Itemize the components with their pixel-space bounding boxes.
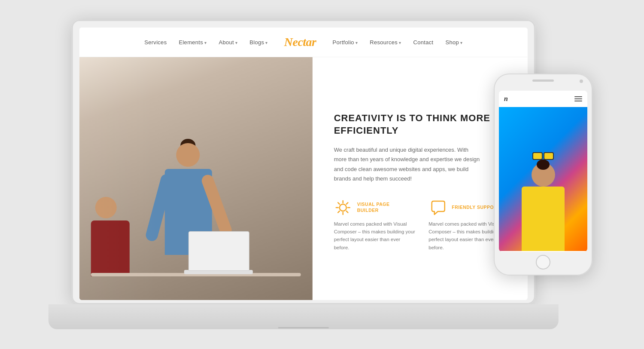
- phone-speaker: [532, 80, 554, 82]
- phone-outer: n: [494, 73, 592, 276]
- laptop-base: [49, 304, 559, 329]
- phone-person-hair: [537, 159, 550, 170]
- phone-navbar: n: [499, 91, 587, 107]
- phone-person: [522, 163, 565, 251]
- nav-portfolio[interactable]: Portfolio: [333, 39, 358, 46]
- feature1-text: Marvel comes packed with Visual Composer…: [334, 220, 416, 252]
- svg-line-5: [338, 202, 340, 204]
- site-logo[interactable]: Nectar: [284, 35, 316, 49]
- head: [176, 143, 200, 167]
- navbar: Services Elements About Blogs Nectar Por…: [79, 28, 528, 57]
- laptop-notch: [278, 327, 329, 328]
- chat-icon: [428, 199, 447, 217]
- phone-hero-image: [499, 107, 587, 251]
- hamburger-line1: [574, 96, 582, 97]
- features-row: VISUAL PAGE BUILDER Marvel comes packed …: [334, 199, 510, 252]
- hero-heading: CREATIVITY IS TO THINK MORE EFFICIENTLY: [334, 112, 510, 137]
- hamburger-line2: [574, 98, 582, 99]
- phone: n: [494, 73, 592, 276]
- nav-shop[interactable]: Shop: [445, 39, 462, 46]
- hero-description: We craft beautiful and unique digital ex…: [334, 145, 480, 183]
- phone-home-button[interactable]: [536, 255, 550, 269]
- hero-image: [79, 57, 313, 300]
- phone-camera: [580, 80, 583, 83]
- svg-point-0: [340, 204, 346, 211]
- sitting-body: [91, 220, 130, 276]
- svg-line-8: [338, 211, 340, 213]
- feature2-title: FRIENDLY SUPPORT: [452, 205, 500, 211]
- nav-services[interactable]: Services: [144, 39, 167, 46]
- laptop-screen: Services Elements About Blogs Nectar Por…: [79, 28, 528, 300]
- nav-about[interactable]: About: [219, 39, 237, 46]
- phone-screen: n: [499, 91, 587, 252]
- laptop: Services Elements About Blogs Nectar Por…: [72, 20, 535, 329]
- feature1-header: VISUAL PAGE BUILDER: [334, 199, 416, 217]
- scene: Services Elements About Blogs Nectar Por…: [0, 0, 644, 349]
- nav-elements[interactable]: Elements: [179, 39, 207, 46]
- nav-blogs[interactable]: Blogs: [249, 39, 267, 46]
- phone-person-body: [522, 187, 565, 251]
- laptop-outer: Services Elements About Blogs Nectar Por…: [72, 20, 535, 304]
- svg-line-7: [346, 202, 348, 204]
- feature1-title: VISUAL PAGE BUILDER: [357, 202, 390, 213]
- person-sitting: [91, 197, 130, 276]
- nav-contact[interactable]: Contact: [413, 39, 434, 46]
- phone-person-head: [532, 163, 555, 187]
- phone-logo: n: [504, 95, 508, 103]
- sitting-head: [95, 197, 117, 218]
- hamburger-line3: [574, 101, 582, 101]
- feature-visual-builder: VISUAL PAGE BUILDER Marvel comes packed …: [334, 199, 416, 252]
- hamburger-menu[interactable]: [574, 96, 582, 101]
- svg-line-6: [346, 211, 348, 213]
- main-content: CREATIVITY IS TO THINK MORE EFFICIENTLY …: [79, 57, 528, 300]
- phone-person-sunglasses: [532, 152, 554, 160]
- nav-resources[interactable]: Resources: [370, 39, 401, 46]
- mini-laptop: [184, 270, 253, 274]
- gear-icon: [334, 199, 352, 217]
